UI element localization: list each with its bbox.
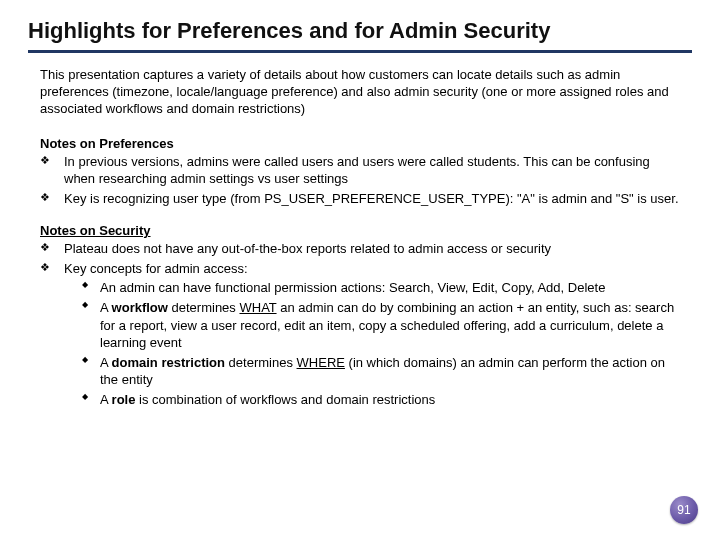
list-item: Key is recognizing user type (from PS_US…: [40, 190, 682, 208]
page-number-badge: 91: [670, 496, 698, 524]
security-list: Plateau does not have any out-of-the-box…: [40, 240, 682, 408]
list-item: A workflow determines WHAT an admin can …: [82, 299, 682, 352]
security-sublist: An admin can have functional permission …: [82, 279, 682, 408]
list-item: In previous versions, admins were called…: [40, 153, 682, 188]
preferences-heading: Notes on Preferences: [40, 136, 692, 151]
intro-paragraph: This presentation captures a variety of …: [40, 67, 682, 118]
underlined-term: WHERE: [297, 355, 345, 370]
bold-term: workflow: [112, 300, 168, 315]
slide-title: Highlights for Preferences and for Admin…: [28, 18, 692, 53]
list-item: An admin can have functional permission …: [82, 279, 682, 297]
list-item: Key concepts for admin access: An admin …: [40, 260, 682, 408]
bold-term: domain restriction: [112, 355, 225, 370]
security-heading: Notes on Security: [40, 223, 692, 238]
slide: Highlights for Preferences and for Admin…: [0, 0, 720, 540]
list-item-text: Key concepts for admin access:: [64, 261, 248, 276]
list-item: Plateau does not have any out-of-the-box…: [40, 240, 682, 258]
underlined-term: WHAT: [239, 300, 276, 315]
bold-term: role: [112, 392, 136, 407]
list-item: A role is combination of workflows and d…: [82, 391, 682, 409]
preferences-list: In previous versions, admins were called…: [40, 153, 682, 208]
list-item: A domain restriction determines WHERE (i…: [82, 354, 682, 389]
